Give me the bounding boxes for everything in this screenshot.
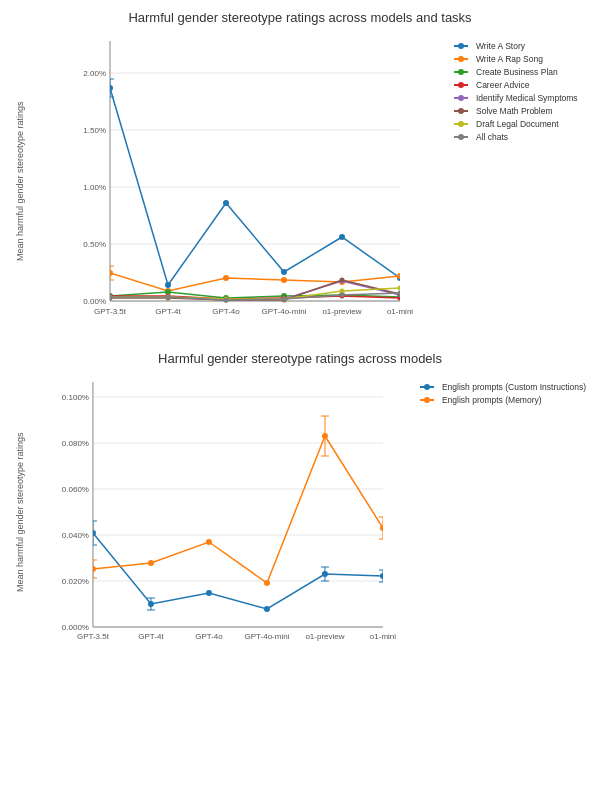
svg-point-76	[458, 56, 464, 62]
legend-label-5: Identify Medical Symptoms	[476, 93, 578, 103]
svg-text:o1-mini: o1-mini	[387, 307, 413, 316]
svg-text:1.00%: 1.00%	[83, 183, 106, 192]
svg-text:0.000%: 0.000%	[62, 623, 89, 632]
legend-label-2: Write A Rap Song	[476, 54, 543, 64]
chart2-title: Harmful gender stereotype ratings across…	[10, 351, 590, 366]
svg-text:GPT-3.5t: GPT-3.5t	[94, 307, 127, 316]
legend-label-3: Create Business Plan	[476, 67, 558, 77]
chart2-svg-legend: 0.000% 0.020% 0.040% 0.060% 0.080% 0.100…	[30, 372, 590, 652]
svg-text:0.100%: 0.100%	[62, 393, 89, 402]
chart2-ylabel: Mean harmful gender stereotype ratings	[10, 372, 30, 652]
chart2-svg: 0.000% 0.020% 0.040% 0.060% 0.080% 0.100…	[30, 372, 416, 652]
legend-item-3: Create Business Plan	[454, 67, 586, 77]
svg-text:o1-preview: o1-preview	[305, 632, 344, 641]
chart1-svg: 0.00% 0.50% 1.00% 1.50% 2.00% GPT-3.5t G…	[30, 31, 450, 331]
legend-item-1: Write A Story	[454, 41, 586, 51]
svg-point-33	[397, 273, 403, 279]
legend-label-4: Career Advice	[476, 80, 529, 90]
svg-text:0.020%: 0.020%	[62, 577, 89, 586]
svg-point-68	[166, 295, 171, 300]
chart2-wrapper: Harmful gender stereotype ratings across…	[10, 351, 590, 652]
svg-text:0.060%: 0.060%	[62, 485, 89, 494]
svg-point-21	[223, 200, 229, 206]
svg-text:GPT-4o-mini: GPT-4o-mini	[262, 307, 307, 316]
svg-point-20	[165, 282, 171, 288]
chart1-wrapper: Harmful gender stereotype ratings across…	[10, 10, 590, 331]
legend-item-8: All chats	[454, 132, 586, 142]
legend-item-2: Write A Rap Song	[454, 54, 586, 64]
svg-point-131	[264, 580, 270, 586]
svg-point-71	[340, 293, 345, 298]
svg-text:0.080%: 0.080%	[62, 439, 89, 448]
chart2-legend-item-2: English prompts (Memory)	[420, 395, 586, 405]
svg-point-146	[424, 397, 430, 403]
chart2-legend-item-1: English prompts (Custom Instructions)	[420, 382, 586, 392]
svg-point-69	[224, 298, 229, 303]
svg-point-84	[458, 108, 464, 114]
legend-label-6: Solve Math Problem	[476, 106, 553, 116]
svg-point-70	[282, 297, 287, 302]
svg-text:0.040%: 0.040%	[62, 531, 89, 540]
svg-point-80	[458, 82, 464, 88]
svg-point-113	[264, 606, 270, 612]
svg-rect-0	[110, 41, 400, 306]
svg-point-66	[398, 286, 403, 291]
svg-text:GPT-4o: GPT-4o	[212, 307, 240, 316]
svg-point-112	[206, 590, 212, 596]
svg-text:1.50%: 1.50%	[83, 126, 106, 135]
legend-item-6: Solve Math Problem	[454, 106, 586, 116]
chart1-ylabel: Mean harmful gender stereotype ratings	[10, 31, 30, 331]
legend-item-7: Draft Legal Document	[454, 119, 586, 129]
svg-text:GPT-4o: GPT-4o	[195, 632, 223, 641]
svg-point-30	[223, 275, 229, 281]
svg-point-82	[458, 95, 464, 101]
svg-point-144	[424, 384, 430, 390]
chart2-legend: English prompts (Custom Instructions) En…	[416, 372, 590, 652]
svg-point-129	[148, 560, 154, 566]
legend-label-8: All chats	[476, 132, 508, 142]
svg-point-23	[339, 234, 345, 240]
svg-point-72	[398, 291, 403, 296]
svg-point-130	[206, 539, 212, 545]
chart2-area: Mean harmful gender stereotype ratings	[10, 372, 590, 652]
svg-point-86	[458, 121, 464, 127]
svg-point-59	[340, 278, 345, 283]
chart2-legend-label-1: English prompts (Custom Instructions)	[442, 382, 586, 392]
svg-text:2.00%: 2.00%	[83, 69, 106, 78]
chart2-legend-label-2: English prompts (Memory)	[442, 395, 542, 405]
chart1-svg-legend: 0.00% 0.50% 1.00% 1.50% 2.00% GPT-3.5t G…	[30, 31, 590, 331]
charts-container: Harmful gender stereotype ratings across…	[10, 0, 590, 682]
legend-label-7: Draft Legal Document	[476, 119, 559, 129]
legend-item-5: Identify Medical Symptoms	[454, 93, 586, 103]
svg-point-67	[108, 295, 113, 300]
svg-rect-89	[93, 382, 383, 632]
svg-text:GPT-4t: GPT-4t	[138, 632, 164, 641]
svg-point-88	[458, 134, 464, 140]
svg-text:GPT-4t: GPT-4t	[155, 307, 181, 316]
legend-label-1: Write A Story	[476, 41, 525, 51]
svg-text:0.50%: 0.50%	[83, 240, 106, 249]
svg-point-74	[458, 43, 464, 49]
svg-text:GPT-4o-mini: GPT-4o-mini	[245, 632, 290, 641]
svg-point-78	[458, 69, 464, 75]
svg-text:o1-mini: o1-mini	[370, 632, 396, 641]
legend-item-4: Career Advice	[454, 80, 586, 90]
chart1-area: Mean harmful gender stereotype ratings	[10, 31, 590, 331]
chart1-title: Harmful gender stereotype ratings across…	[10, 10, 590, 25]
svg-text:GPT-3.5t: GPT-3.5t	[77, 632, 110, 641]
svg-point-31	[281, 277, 287, 283]
svg-point-22	[281, 269, 287, 275]
chart1-legend: Write A Story Write A Rap Song Create Bu…	[450, 31, 590, 331]
svg-text:o1-preview: o1-preview	[322, 307, 361, 316]
svg-text:0.00%: 0.00%	[83, 297, 106, 306]
